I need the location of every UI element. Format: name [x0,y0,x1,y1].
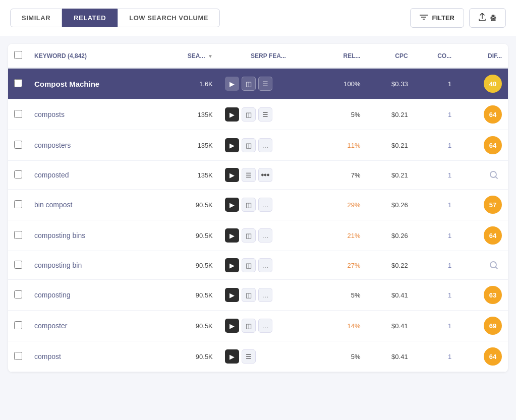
row-keyword: bin compost [28,190,157,220]
row-checkbox[interactable] [14,352,22,360]
row-keyword-link[interactable]: composters [34,141,71,149]
header-co[interactable]: CO... [414,44,458,68]
svg-point-3 [261,174,264,176]
keyword-table-container: KEYWORD (4,842) SEA... ▼ SERP FEA... REL… [8,44,508,372]
filter-button[interactable]: FILTER [410,8,464,28]
header-cpc[interactable]: CPC [367,44,414,68]
export-button[interactable]: 출 [469,8,506,28]
table-body: Compost Machine 1.6K ▶◫☰ 100% $0.33 1 40… [8,68,508,372]
row-checkbox[interactable] [14,170,22,178]
row-rel: 11% [318,130,367,161]
row-keyword-link[interactable]: composter [34,322,67,330]
row-check[interactable] [8,161,28,190]
table-row: composts 135K ▶◫☰ 5% $0.21 1 64 [8,99,508,130]
row-checkbox[interactable] [14,141,22,149]
row-checkbox[interactable] [14,321,22,329]
row-checkbox[interactable] [14,110,22,118]
pinned-check[interactable] [8,68,28,99]
select-all-checkbox[interactable] [14,51,22,59]
svg-point-5 [267,174,269,176]
row-keyword: composters [28,130,157,161]
pinned-keyword-link[interactable]: Compost Machine [34,80,99,88]
svg-line-9 [496,267,498,269]
header-dif[interactable]: DIF... [457,44,508,68]
image-serp-icon: ◫ [242,107,256,122]
row-check[interactable] [8,341,28,372]
image-serp-icon: ◫ [242,228,256,243]
list-serp-icon: ☰ [242,349,256,364]
row-rel: 5% [318,341,367,372]
tab-similar[interactable]: SIMILAR [10,9,62,27]
table-row: bin compost 90.5K ▶◫… 29% $0.26 1 57 [8,190,508,220]
list-serp-icon: ☰ [242,168,256,182]
video-serp-icon: ▶ [225,77,239,91]
video-serp-icon: ▶ [225,228,239,243]
row-rel: 5% [318,280,367,311]
row-check[interactable] [8,190,28,220]
row-keyword-link[interactable]: compost [34,352,61,361]
header-check[interactable] [8,44,28,68]
row-check[interactable] [8,130,28,161]
svg-point-4 [264,174,266,176]
table-row: compost 90.5K ▶☰ 5% $0.41 1 64 [8,341,508,372]
tab-group: SIMILAR RELATED LOW SEARCH VOLUME [10,9,220,27]
row-co: 1 [414,341,458,372]
dif-badge: 40 [484,75,502,93]
more-serp-icon: … [258,198,272,212]
row-serp: ▶◫☰ [219,99,318,130]
row-checkbox[interactable] [14,231,22,239]
row-checkbox[interactable] [14,290,22,298]
pinned-serp: ▶◫☰ [219,68,318,99]
row-search: 90.5K [157,251,219,280]
more-serp-icon: … [258,228,272,243]
row-search: 90.5K [157,341,219,372]
sort-icon: ▼ [208,53,213,59]
tab-low-search[interactable]: LOW SEARCH VOLUME [118,9,220,27]
video-serp-icon: ▶ [225,258,239,272]
row-check[interactable] [8,99,28,130]
dif-badge: 64 [484,105,502,124]
pinned-checkbox[interactable] [14,79,22,87]
svg-line-7 [496,177,498,179]
upload-icon [479,13,486,23]
video-serp-icon: ▶ [225,198,239,212]
row-keyword-link[interactable]: composting [34,291,71,299]
row-co: 1 [414,161,458,190]
row-serp: ▶◫… [219,220,318,251]
dif-badge: 63 [484,286,502,304]
list-serp-icon: ☰ [258,77,272,91]
row-cpc: $0.26 [367,220,414,251]
row-cpc: $0.41 [367,280,414,311]
row-check[interactable] [8,311,28,341]
dif-search-icon [486,167,502,183]
row-keyword-link[interactable]: composting bin [34,261,82,269]
table-row: composting 90.5K ▶◫… 5% $0.41 1 63 [8,280,508,311]
row-check[interactable] [8,220,28,251]
image-serp-icon: ◫ [242,138,256,152]
row-checkbox[interactable] [14,261,22,269]
dots-serp-icon [258,168,272,182]
row-checkbox[interactable] [14,200,22,208]
row-check[interactable] [8,280,28,311]
row-keyword-link[interactable]: composting bins [34,231,85,239]
video-serp-icon: ▶ [225,349,239,364]
row-serp: ▶◫… [219,311,318,341]
row-keyword-link[interactable]: composts [34,110,65,118]
row-search: 90.5K [157,311,219,341]
row-rel: 7% [318,161,367,190]
image-serp-icon: ◫ [242,198,256,212]
row-keyword: composting [28,280,157,311]
header-keyword[interactable]: KEYWORD (4,842) [28,44,157,68]
row-keyword-link[interactable]: bin compost [34,201,72,209]
header-serp[interactable]: SERP FEA... [219,44,318,68]
header-rel[interactable]: REL... [318,44,367,68]
list-serp-icon: ☰ [258,107,272,122]
video-serp-icon: ▶ [225,168,239,182]
row-co: 1 [414,251,458,280]
row-co: 1 [414,130,458,161]
header-search[interactable]: SEA... ▼ [157,44,219,68]
row-check[interactable] [8,251,28,280]
row-co: 1 [414,99,458,130]
tab-related[interactable]: RELATED [62,9,118,27]
row-keyword-link[interactable]: composted [34,171,69,179]
